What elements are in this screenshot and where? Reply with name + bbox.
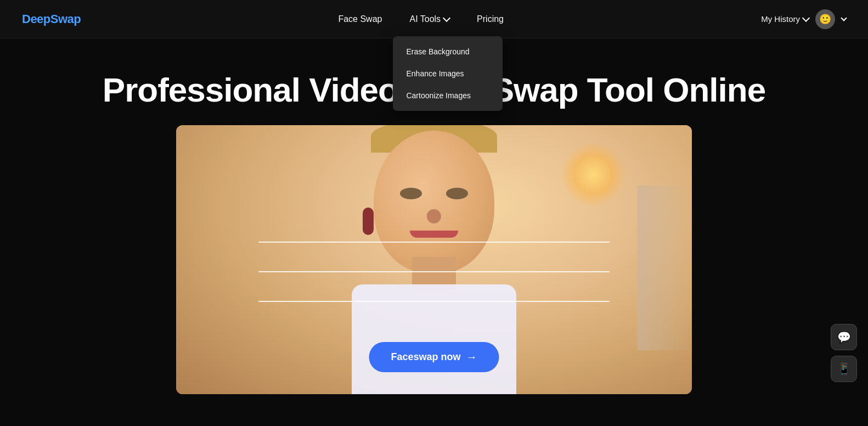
faceswap-btn-label: Faceswap now [391, 351, 460, 363]
chevron-down-icon [443, 14, 450, 22]
logo-text: DeepSwap [22, 12, 81, 26]
logo[interactable]: DeepSwap [22, 12, 81, 26]
nav-right: My History 🙂 [761, 9, 846, 29]
person-body [352, 284, 516, 394]
face-swap-label: Face Swap [338, 14, 382, 24]
earring-left [363, 208, 374, 235]
avatar-chevron-icon [841, 15, 847, 21]
dropdown-item-erase-background[interactable]: Erase Background [393, 41, 503, 63]
app-icon: 📱 [837, 362, 851, 375]
nav-item-ai-tools[interactable]: AI Tools Erase Background Enhance Images… [409, 14, 449, 24]
person-head [374, 131, 494, 273]
arrow-right-icon: → [466, 351, 477, 363]
my-history-button[interactable]: My History [761, 14, 809, 24]
user-avatar[interactable]: 🙂 [815, 9, 835, 29]
ai-tools-label: AI Tools [409, 14, 441, 24]
chat-float-button[interactable]: 💬 [831, 324, 857, 350]
side-person [637, 186, 692, 350]
nav-item-face-swap[interactable]: Face Swap [338, 14, 382, 24]
dropdown-item-enhance-images[interactable]: Enhance Images [393, 63, 503, 85]
app-float-button[interactable]: 📱 [831, 356, 857, 382]
history-chevron-icon [802, 14, 810, 22]
ai-tools-dropdown: Erase Background Enhance Images Cartooni… [393, 36, 503, 111]
navbar: DeepSwap Face Swap AI Tools Erase Backgr… [0, 0, 868, 38]
hero-image: Faceswap now → [176, 125, 692, 394]
nav-center: Face Swap AI Tools Erase Background Enha… [338, 14, 504, 24]
avatar-icon: 🙂 [819, 13, 831, 25]
pricing-label: Pricing [477, 14, 504, 24]
floating-buttons: 💬 📱 [831, 324, 857, 382]
light-glow [560, 142, 626, 208]
my-history-label: My History [761, 14, 800, 24]
chat-icon: 💬 [837, 330, 851, 344]
faceswap-now-button[interactable]: Faceswap now → [369, 342, 499, 372]
nav-item-pricing[interactable]: Pricing [477, 14, 504, 24]
dropdown-item-cartoonize-images[interactable]: Cartoonize Images [393, 85, 503, 107]
